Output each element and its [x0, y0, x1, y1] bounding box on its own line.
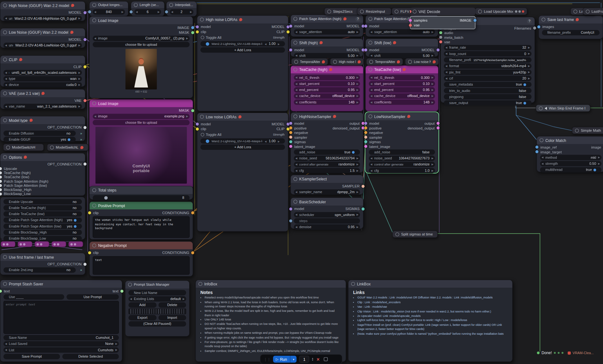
cfg-widget[interactable]: cfg1.5: [294, 168, 360, 173]
node-low-noise-loras[interactable]: Low noise LORAs modelMODEL clipCLIP Togg…: [197, 113, 288, 232]
positive-input-port[interactable]: [289, 126, 292, 130]
node-title-bar[interactable]: TeaCache (high): [291, 66, 363, 73]
queue-frame-icon[interactable]: [324, 357, 328, 361]
opt-connection-output-port[interactable]: [83, 262, 87, 266]
loop-count-widget[interactable]: loop_count0: [444, 51, 531, 57]
noise-seed-widget[interactable]: noise_seed1064427656827673: [369, 156, 435, 161]
node-title-bar[interactable]: VAE (use 2.1 vae): [0, 89, 85, 97]
node-load-image-bypassed[interactable]: Load Image MASK imageexample.png choose …: [89, 99, 193, 189]
vae-title-port[interactable]: [410, 10, 412, 13]
node-options[interactable]: Options OPT_CONNECTION Upscale TeaCache …: [0, 153, 85, 196]
scheduler-widget[interactable]: schedulersgm_uniform: [294, 212, 360, 217]
strength-increase-icon[interactable]: ▶: [278, 140, 280, 142]
latent-image-input-port[interactable]: [289, 145, 292, 148]
run-count-input[interactable]: 1: [299, 356, 309, 363]
node-teacache-low-bypassed[interactable]: TeaCache (low) rel_l1_thresh0.300 start_…: [365, 65, 438, 111]
model-input-port[interactable]: [289, 207, 292, 210]
strength-increase-icon[interactable]: ▶: [278, 42, 280, 45]
unet-name-widget[interactable]: unet_nameWan2.2-I2V-A14B-HighNoise-Q5_0.…: [4, 16, 82, 21]
node-title-bar[interactable]: Prompt Stash Saver: [0, 280, 122, 288]
slider-knob[interactable]: [104, 196, 108, 200]
node-color-match[interactable]: Color Match image_refimage image_target …: [536, 136, 603, 172]
blockswap-low-input-port[interactable]: [0, 192, 2, 195]
steps-input-port[interactable]: [289, 219, 292, 222]
convert-to-input-icon[interactable]: »: [78, 131, 84, 135]
node-title-bar[interactable]: LowNoiseSampler: [366, 113, 438, 120]
node-options-toggles[interactable]: Enable Upscaleno Enable TeaCache (high)n…: [0, 197, 85, 240]
model-input-port[interactable]: [289, 24, 292, 28]
denoised-output-port[interactable]: [436, 126, 440, 130]
multithread-widget[interactable]: multithreadtrue: [540, 167, 601, 172]
sigmas-input-port[interactable]: [289, 140, 292, 144]
node-high-noise-sampler[interactable]: HighNoiseSampler modeloutput positiveden…: [291, 112, 363, 173]
image-output-port[interactable]: [191, 26, 194, 29]
node-wan-skip-end-frame[interactable]: Wan Skip End Frame I: [536, 104, 590, 112]
image-ref-input-port[interactable]: [535, 146, 539, 149]
value-widget[interactable]: 6: [134, 9, 161, 15]
node-linkbox[interactable]: LinkBox Links GGUF Wan 2.2 models : Link…: [348, 280, 513, 362]
sage-attention-widget[interactable]: sage_attentionauto: [369, 29, 435, 35]
clip-output-port[interactable]: [287, 30, 290, 33]
node-low-noise-nag[interactable]: Low noise NAG: [405, 58, 439, 65]
choose-file-button[interactable]: choose file to upload: [93, 42, 190, 47]
save-prompt-button[interactable]: Save Prompt: [4, 354, 60, 359]
node-use-first-last-frame[interactable]: Use first frame / last frame OPT_CONNECT…: [0, 253, 85, 275]
load-saved-widget[interactable]: Load SavedNone: [4, 341, 119, 346]
model-output-port[interactable]: [436, 48, 440, 52]
shift-widget[interactable]: shift5.00: [369, 53, 435, 59]
run-toolbar[interactable]: ⋮⋮ ▷ Run ▾ 1 ▴▾ ×: [260, 354, 342, 364]
opt-connection-output-port[interactable]: [83, 163, 87, 166]
node-title-bar[interactable]: Low noise LORAs: [197, 113, 288, 121]
steps-slider[interactable]: 8: [93, 195, 190, 200]
node-split-sigmas[interactable]: Split sigmas at time: [392, 230, 438, 238]
node-patch-sage-attention-high[interactable]: Patch Sage Attention (high)? modelMODEL …: [291, 15, 363, 37]
number-input-port[interactable]: [165, 10, 168, 14]
filename-prefix-widget[interactable]: filename_prefixComfyUI: [542, 30, 599, 35]
strength-decrease-icon[interactable]: ◀: [265, 42, 267, 45]
node-title-bar[interactable]: Load Image: [90, 100, 193, 107]
run-options-caret-icon[interactable]: ▾: [291, 357, 297, 361]
node-title-bar[interactable]: Output longes...: [90, 2, 128, 8]
sage-attention-widget[interactable]: sage_attentionauto: [294, 29, 360, 35]
clip-name-widget[interactable]: clip_nameumt5_xxl_fp8_e4m3fn_scaled.safe…: [4, 70, 82, 75]
node-title-bar[interactable]: Load Image: [90, 17, 193, 24]
node-model-switch-l[interactable]: ModelSwitchL: [47, 144, 88, 151]
teacache-high-input-port[interactable]: [0, 171, 2, 174]
node-save-last-frame[interactable]: Save last frame images filename_prefixCo…: [538, 15, 603, 39]
noise-seed-widget[interactable]: noise_seed581062549233794: [294, 156, 360, 161]
model-input-port[interactable]: [196, 122, 199, 126]
node-vae-loader[interactable]: VAE (use 2.1 vae) VAE vae_namewan_2.1_va…: [0, 89, 85, 109]
prompt-textarea[interactable]: enter prompt text: [4, 301, 119, 334]
enable-teacache-low-widget[interactable]: Enable TeaCache (low)no: [4, 211, 82, 217]
image-widget[interactable]: imageComfyUI_00057_ (2).png: [93, 36, 190, 41]
bypassed-node[interactable]: [1, 241, 15, 247]
steps-input-widget[interactable]: steps: [294, 218, 360, 224]
node-title-bar[interactable]: TeaCache (low): [366, 66, 438, 73]
image-widget[interactable]: imageexample.png: [93, 114, 190, 119]
vae-input-port[interactable]: [409, 24, 412, 27]
cfg-widget[interactable]: cfg1.0: [369, 168, 435, 173]
upscale-input-port[interactable]: [0, 167, 2, 170]
shift-widget[interactable]: shift5.00: [294, 53, 360, 59]
bypassed-node[interactable]: [52, 241, 66, 247]
number-input-port[interactable]: [130, 10, 133, 14]
node-high-noise-nag[interactable]: High noise NAG: [330, 58, 364, 65]
output-port[interactable]: [436, 122, 440, 125]
node-title-bar[interactable]: Shift (low): [366, 39, 438, 46]
sampler-name-widget[interactable]: sampler_namedpmpp_2m: [294, 189, 360, 195]
save-metadata-widget[interactable]: save_metadatatrue: [444, 82, 531, 87]
strength-widget[interactable]: strength0.50: [540, 161, 601, 166]
type-widget[interactable]: typewan: [4, 76, 82, 81]
mask-output-port[interactable]: [191, 109, 194, 112]
node-positive-prompt[interactable]: Positive Prompt clipCONDITIONING the wom…: [89, 201, 193, 240]
image-output-port[interactable]: [473, 19, 477, 22]
node-title-bar[interactable]: BasicScheduler: [291, 198, 363, 206]
use-toggle-widget[interactable]: Use ____: [4, 294, 64, 300]
enable-gguf-widget[interactable]: Enable GGUFyes»: [4, 137, 76, 142]
vae-output-port[interactable]: [83, 99, 87, 102]
add-noise-widget[interactable]: add_noisetrue: [294, 150, 360, 155]
enable-teacache-high-widget[interactable]: Enable TeaCache (high)no: [4, 205, 82, 211]
denoise-widget[interactable]: denoise0.95: [294, 224, 360, 230]
negative-prompt-textarea[interactable]: text: [93, 256, 190, 275]
vae-input-port[interactable]: [439, 40, 442, 44]
